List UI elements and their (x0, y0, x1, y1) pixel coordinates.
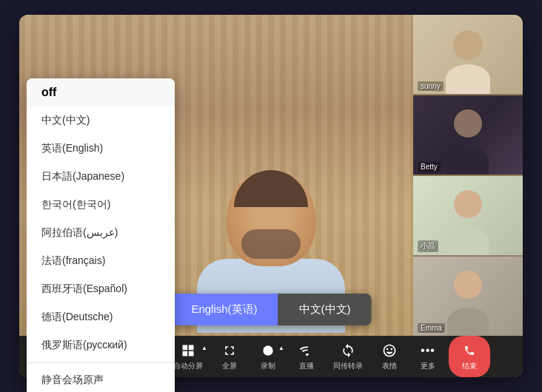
toolbar-sync[interactable]: 同传转录 (327, 339, 369, 374)
thumbnail-betty[interactable]: Betty (413, 95, 523, 175)
sync-label: 同传转录 (333, 361, 363, 371)
dropdown-item-ja[interactable]: 日本語(Japanese) (27, 163, 175, 191)
dropdown-item-zh[interactable]: 中文(中文) (27, 107, 175, 135)
thumb-label-emma: Emma (418, 323, 445, 333)
thumb-label-xiaojing: 小晶 (418, 240, 438, 252)
more-label: 更多 (421, 361, 435, 371)
auto-split-icon (179, 342, 197, 359)
toolbar-expression[interactable]: 表情 (372, 339, 407, 374)
sidebar-thumbnails: sunny Betty 小晶 Emma (413, 15, 523, 336)
auto-split-caret: ▲ (201, 345, 207, 351)
thumbnail-sunny[interactable]: sunny (413, 15, 523, 94)
svg-point-0 (263, 345, 272, 355)
toolbar-fullscreen[interactable]: 全屏 (212, 339, 247, 374)
expression-label: 表情 (382, 361, 397, 371)
language-bar: English(英语) 中文(中文) (170, 294, 371, 325)
person-beard (241, 229, 301, 259)
fullscreen-icon (221, 342, 238, 359)
dropdown-divider-1 (27, 362, 175, 363)
toolbar-live[interactable]: 直播 (289, 339, 324, 374)
dropdown-item-mute[interactable]: 静音会场原声 (27, 366, 175, 392)
fullscreen-label: 全屏 (222, 361, 237, 371)
person-head (227, 170, 315, 266)
language-dropdown: off 中文(中文) 英语(English) 日本語(Japanese) 한국어… (27, 78, 175, 392)
expression-icon (381, 342, 398, 359)
end-icon (461, 342, 478, 359)
thumb-label-betty: Betty (418, 162, 441, 172)
more-icon: ••• (419, 342, 437, 359)
record-icon (259, 342, 277, 359)
video-container: sunny Betty 小晶 Emma off 中文(中文) 英语(Englis… (19, 15, 523, 377)
live-icon (298, 342, 315, 359)
auto-split-label: 自动分屏 (173, 361, 203, 371)
lang-option-zh[interactable]: 中文(中文) (278, 294, 372, 325)
dropdown-item-ko[interactable]: 한국어(한국어) (27, 191, 175, 219)
live-label: 直播 (299, 361, 314, 371)
dropdown-item-de[interactable]: 德语(Deutsche) (27, 303, 175, 331)
dropdown-item-fr[interactable]: 法语(français) (27, 247, 175, 275)
record-caret: ▲ (278, 345, 284, 351)
thumb-label-sunny: sunny (418, 81, 444, 91)
end-label: 结束 (462, 361, 477, 371)
sync-icon (339, 342, 357, 359)
person-hair (234, 170, 308, 207)
dropdown-item-off[interactable]: off (27, 78, 175, 107)
dropdown-item-ru[interactable]: 俄罗斯语(русский) (27, 331, 175, 359)
dropdown-item-es[interactable]: 西班牙语(Español) (27, 275, 175, 303)
end-meeting-button[interactable]: 结束 (449, 336, 490, 377)
record-label: 录制 (261, 361, 275, 371)
thumbnail-xiaojing[interactable]: 小晶 (413, 176, 523, 255)
toolbar-record[interactable]: 录制 ▲ (250, 339, 286, 374)
dropdown-item-en[interactable]: 英语(English) (27, 135, 175, 163)
lang-option-en[interactable]: English(英语) (170, 294, 278, 325)
dropdown-item-ar[interactable]: 阿拉伯语(عربس) (27, 219, 175, 247)
thumbnail-emma[interactable]: Emma (413, 257, 523, 336)
toolbar-more[interactable]: ••• 更多 (410, 339, 446, 374)
